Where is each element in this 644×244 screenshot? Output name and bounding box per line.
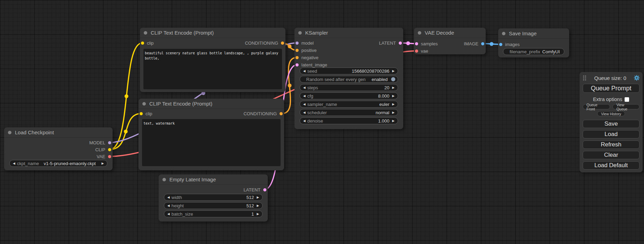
output-slot-conditioning: CONDITIONING <box>245 39 284 46</box>
input-label: clip <box>145 111 152 116</box>
latent-input-port[interactable] <box>295 63 299 66</box>
increment-arrow-icon[interactable]: ▶ <box>391 86 396 89</box>
clip-input-port[interactable] <box>141 42 144 45</box>
widget-steps[interactable]: ◀ steps 20 ▶ <box>300 84 398 91</box>
widget-label: denoise <box>307 118 323 124</box>
input-label: model <box>301 40 314 46</box>
node-title-bar: KSampler <box>294 28 403 38</box>
widget-value: 1 <box>252 211 254 217</box>
prompt-textarea[interactable]: text, watermark <box>142 119 281 166</box>
conditioning-input-port[interactable] <box>295 56 299 59</box>
increment-arrow-icon[interactable]: ▶ <box>256 204 260 207</box>
decrement-arrow-icon[interactable]: ◀ <box>302 69 307 73</box>
image-input-port[interactable] <box>499 43 502 46</box>
input-slot-images: images <box>499 41 520 48</box>
widget-batch-size[interactable]: ◀ batch_size 1 ▶ <box>164 210 263 217</box>
widget-value: 8.000 <box>378 93 389 99</box>
widget-label: seed <box>307 69 317 74</box>
toggle-on-icon[interactable] <box>391 77 395 81</box>
refresh-button[interactable]: Refresh <box>583 141 639 149</box>
decrement-arrow-icon[interactable]: ◀ <box>302 102 307 106</box>
decrement-arrow-icon[interactable]: ◀ <box>12 162 16 165</box>
node-ksampler[interactable]: KSampler model positive negative latent_… <box>294 28 403 129</box>
widget-value: 512 <box>246 195 254 200</box>
decrement-arrow-icon[interactable]: ◀ <box>302 86 307 89</box>
conditioning-output-port[interactable] <box>280 112 283 115</box>
widget-label: steps <box>307 85 318 90</box>
node-empty-latent-image[interactable]: Empty Latent Image LATENT ◀ width 512 ▶ … <box>159 174 268 222</box>
node-title-bar: Empty Latent Image <box>159 174 268 185</box>
increment-arrow-icon[interactable]: ▶ <box>100 162 105 165</box>
latent-output-port[interactable] <box>399 42 402 45</box>
widget-scheduler[interactable]: ◀ scheduler normal ▶ <box>300 109 398 116</box>
widget-filename-prefix[interactable]: filename_prefix ComfyUI <box>503 48 564 55</box>
widget-value: euler <box>379 102 389 107</box>
vae-output-port[interactable] <box>108 155 111 158</box>
output-label: LATENT <box>379 40 396 46</box>
decrement-arrow-icon[interactable]: ◀ <box>302 94 307 98</box>
node-graph-canvas[interactable]: Load Checkpoint MODEL CLIP VAE ◀ ckpt_na… <box>0 0 644 244</box>
model-input-port[interactable] <box>295 42 299 45</box>
node-vae-decode[interactable]: VAE Decode samples vae IMAGE <box>414 28 486 54</box>
output-slot-conditioning: CONDITIONING <box>244 110 283 117</box>
clip-output-port[interactable] <box>108 148 111 151</box>
clear-button[interactable]: Clear <box>583 151 639 159</box>
widget-denoise[interactable]: ◀ denoise 1.000 ▶ <box>300 117 398 124</box>
decrement-arrow-icon[interactable]: ◀ <box>166 204 171 207</box>
increment-arrow-icon[interactable]: ▶ <box>391 94 396 98</box>
queue-prompt-button[interactable]: Queue Prompt <box>583 84 639 93</box>
increment-arrow-icon[interactable]: ▶ <box>391 111 396 114</box>
widget-height[interactable]: ◀ height 512 ▶ <box>164 202 263 209</box>
decrement-arrow-icon[interactable]: ◀ <box>166 212 171 216</box>
increment-arrow-icon[interactable]: ▶ <box>391 69 396 73</box>
node-clip-text-encode-positive[interactable]: CLIP Text Encode (Prompt) clip CONDITION… <box>140 28 285 92</box>
widget-value: 20 <box>385 85 389 90</box>
output-slot-model: MODEL <box>89 139 111 146</box>
view-queue-button[interactable]: View Queue <box>612 104 639 109</box>
clip-input-port[interactable] <box>140 112 143 115</box>
increment-arrow-icon[interactable]: ▶ <box>391 119 396 123</box>
drag-handle-icon[interactable] <box>583 75 586 81</box>
settings-gear-icon[interactable] <box>634 75 639 81</box>
node-save-image[interactable]: Save Image images filename_prefix ComfyU… <box>498 28 569 57</box>
widget-label: sampler_name <box>307 102 337 107</box>
node-title: Load Checkpoint <box>15 129 54 135</box>
extra-options-row: Extra options <box>583 97 639 102</box>
widget-random-seed-toggle[interactable]: Random seed after every gen enabled <box>300 76 398 83</box>
decrement-arrow-icon[interactable]: ◀ <box>302 119 307 123</box>
widget-width[interactable]: ◀ width 512 ▶ <box>164 194 263 201</box>
load-default-button[interactable]: Load Default <box>583 161 639 170</box>
increment-arrow-icon[interactable]: ▶ <box>256 196 260 199</box>
widget-label: Random seed after every gen <box>306 77 365 82</box>
decrement-arrow-icon[interactable]: ◀ <box>166 196 171 199</box>
output-label: CONDITIONING <box>244 111 277 116</box>
widget-value: v1-5-pruned-emaonly.ckpt <box>44 161 96 166</box>
node-clip-text-encode-negative[interactable]: CLIP Text Encode (Prompt) clip CONDITION… <box>139 99 284 170</box>
vae-input-port[interactable] <box>415 49 418 53</box>
increment-arrow-icon[interactable]: ▶ <box>391 102 396 106</box>
latent-output-port[interactable] <box>263 188 266 191</box>
prompt-textarea[interactable]: beautiful scenery nature glass bottle la… <box>143 49 282 89</box>
latent-input-port[interactable] <box>415 42 418 45</box>
extra-options-checkbox[interactable] <box>625 97 629 102</box>
load-button[interactable]: Load <box>583 130 639 138</box>
link-midpoint-dot <box>490 42 494 46</box>
image-output-port[interactable] <box>481 42 484 45</box>
increment-arrow-icon[interactable]: ▶ <box>256 212 260 216</box>
node-load-checkpoint[interactable]: Load Checkpoint MODEL CLIP VAE ◀ ckpt_na… <box>4 127 113 170</box>
widget-label: width <box>171 195 182 200</box>
widget-sampler-name[interactable]: ◀ sampler_name euler ▶ <box>300 101 398 108</box>
node-status-dot <box>162 178 166 181</box>
view-history-button[interactable]: View History <box>597 111 625 116</box>
model-output-port[interactable] <box>108 141 111 144</box>
save-button[interactable]: Save <box>583 120 639 128</box>
widget-seed[interactable]: ◀ seed 156680208700286 ▶ <box>300 67 398 74</box>
queue-front-button[interactable]: Queue Front <box>583 104 610 109</box>
node-title: KSampler <box>305 30 328 36</box>
widget-cfg[interactable]: ◀ cfg 8.000 ▶ <box>300 92 398 99</box>
conditioning-input-port[interactable] <box>295 49 299 52</box>
decrement-arrow-icon[interactable]: ◀ <box>302 111 307 114</box>
conditioning-output-port[interactable] <box>281 42 284 45</box>
widget-ckpt-name[interactable]: ◀ ckpt_name v1-5-pruned-emaonly.ckpt ▶ <box>9 160 107 167</box>
widget-label: height <box>171 203 184 208</box>
